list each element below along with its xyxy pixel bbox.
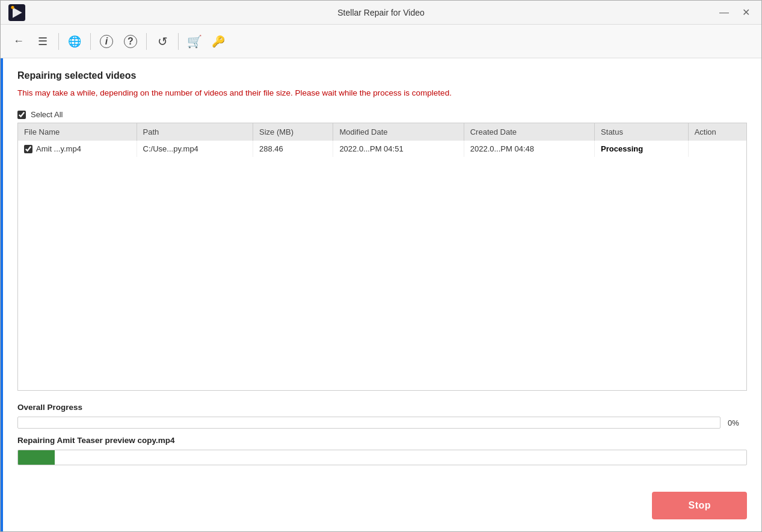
title-bar: Stellar Repair for Video — ✕ (1, 1, 761, 25)
blue-accent-bar (1, 58, 3, 531)
svg-point-2 (11, 5, 14, 8)
select-all-label: Select All (31, 110, 63, 119)
minimize-button[interactable]: — (716, 7, 733, 19)
menu-icon: ☰ (38, 35, 48, 48)
col-size: Size (MB) (253, 123, 333, 141)
table-header-row: File Name Path Size (MB) Modified Date C… (18, 123, 746, 141)
window-controls: — ✕ (716, 7, 754, 19)
key-icon: 🔑 (212, 35, 225, 48)
file-table-container: File Name Path Size (MB) Modified Date C… (17, 123, 747, 391)
repair-progress-bar (17, 450, 747, 465)
overall-progress-bar (17, 417, 721, 429)
back-button[interactable]: ← (8, 31, 29, 52)
toolbar: ← ☰ 🌐 i ? ↺ 🛒 🔑 (1, 25, 761, 58)
globe-icon: 🌐 (68, 35, 81, 48)
refresh-icon: ↺ (158, 34, 168, 49)
window-title: Stellar Repair for Video (337, 8, 424, 17)
info-button[interactable]: i (96, 31, 117, 52)
back-icon: ← (13, 35, 24, 47)
col-status: Status (595, 123, 689, 141)
info-text: This may take a while, depending on the … (17, 87, 747, 99)
col-created: Created Date (464, 123, 594, 141)
repair-progress-fill (18, 450, 55, 465)
col-modified: Modified Date (333, 123, 464, 141)
col-path: Path (137, 123, 253, 141)
filename-text: Amit ...y.mp4 (36, 144, 81, 153)
row-checkbox[interactable] (24, 145, 32, 153)
cell-created: 2022.0...PM 04:48 (464, 141, 594, 157)
app-logo (8, 4, 26, 22)
app-window: Stellar Repair for Video — ✕ ← ☰ 🌐 i ? ↺ (0, 0, 762, 532)
help-icon: ? (124, 35, 137, 48)
cell-path: C:/Use...py.mp4 (137, 141, 253, 157)
separator-3 (146, 33, 147, 50)
key-button[interactable]: 🔑 (207, 31, 229, 52)
cell-status: Processing (595, 141, 689, 157)
table-row: Amit ...y.mp4 C:/Use...py.mp4 288.46 202… (18, 141, 746, 157)
progress-area: Overall Progress 0% Repairing Amit Tease… (17, 403, 747, 465)
cell-modified: 2022.0...PM 04:51 (333, 141, 464, 157)
overall-progress-pct: 0% (728, 418, 747, 427)
menu-button[interactable]: ☰ (32, 31, 54, 52)
separator-4 (178, 33, 179, 50)
overall-progress-row: 0% (17, 417, 747, 429)
col-action: Action (688, 123, 746, 141)
cart-button[interactable]: 🛒 (183, 31, 205, 52)
bottom-row: Stop (1, 487, 761, 531)
repair-file-label: Repairing Amit Teaser preview copy.mp4 (17, 436, 747, 445)
help-button[interactable]: ? (120, 31, 141, 52)
close-button[interactable]: ✕ (737, 7, 754, 19)
repair-progress-row (17, 450, 747, 465)
col-filename: File Name (18, 123, 137, 141)
cart-icon: 🛒 (187, 34, 202, 49)
select-all-row: Select All (17, 110, 747, 119)
globe-button[interactable]: 🌐 (64, 31, 85, 52)
select-all-checkbox[interactable] (17, 111, 26, 119)
stop-button[interactable]: Stop (652, 492, 747, 519)
separator-2 (90, 33, 91, 50)
separator-1 (58, 33, 59, 50)
cell-filename: Amit ...y.mp4 (18, 141, 137, 157)
cell-action (688, 141, 746, 157)
cell-size: 288.46 (253, 141, 333, 157)
overall-progress-label: Overall Progress (17, 403, 747, 412)
file-table: File Name Path Size (MB) Modified Date C… (18, 123, 746, 157)
section-title: Repairing selected videos (17, 70, 747, 81)
info-icon: i (100, 35, 113, 48)
refresh-button[interactable]: ↺ (152, 31, 173, 52)
